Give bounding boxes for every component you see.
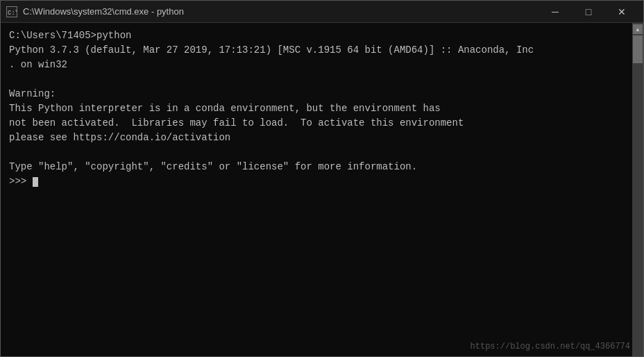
svg-text:C:\: C:\ (8, 10, 17, 17)
scroll-thumb[interactable] (633, 35, 643, 63)
cmd-icon: C:\ (6, 6, 17, 17)
titlebar-left: C:\ C:\Windows\system32\cmd.exe - python (6, 6, 184, 17)
console-output[interactable]: C:\Users\71405>python Python 3.7.3 (defa… (1, 23, 632, 356)
window-title: C:\Windows\system32\cmd.exe - python (23, 6, 184, 17)
scrollbar[interactable]: ▲ (632, 23, 643, 356)
close-button[interactable]: ✕ (606, 1, 638, 22)
titlebar: C:\ C:\Windows\system32\cmd.exe - python… (1, 1, 643, 23)
cursor (33, 177, 38, 187)
minimize-button[interactable]: ─ (539, 1, 571, 22)
console-area[interactable]: C:\Users\71405>python Python 3.7.3 (defa… (1, 23, 643, 356)
cmd-window: C:\ C:\Windows\system32\cmd.exe - python… (0, 0, 644, 357)
maximize-button[interactable]: □ (573, 1, 604, 22)
window-controls: ─ □ ✕ (539, 1, 638, 22)
scroll-up-button[interactable]: ▲ (633, 24, 643, 34)
watermark: https://blog.csdn.net/qq_4366774 (471, 342, 630, 351)
